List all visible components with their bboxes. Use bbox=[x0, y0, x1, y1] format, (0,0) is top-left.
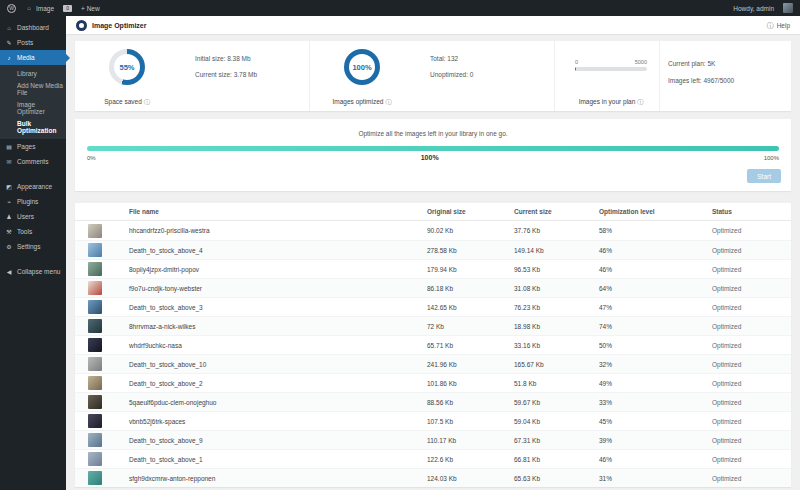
status-cell: Optimized bbox=[712, 323, 791, 330]
collapse-menu-button[interactable]: ◀ Collapse menu bbox=[0, 264, 66, 279]
images-left-text: Images left: 4967/5000 bbox=[668, 72, 785, 89]
comments-icon: ✉ bbox=[5, 158, 13, 165]
optimization-level-cell: 46% bbox=[599, 247, 712, 254]
sidebar-item-label: Media bbox=[17, 54, 35, 61]
table-row[interactable]: sfgh9dxcmrw-anton-repponen124.03 Kb65.63… bbox=[75, 468, 791, 487]
space-saved-details: Initial size: 8.38 Mb Current size: 3.78… bbox=[195, 51, 257, 83]
info-icon[interactable]: ⓘ bbox=[144, 99, 150, 105]
status-cell: Optimized bbox=[712, 361, 791, 368]
plan-usage-section: 0 5000 Images in your plan ⓘ bbox=[555, 41, 660, 111]
table-row[interactable]: hhcandrfzz0-priscilla-westra90.02 Kb37.7… bbox=[75, 221, 791, 240]
table-row[interactable]: Death_to_stock_above_10241.96 Kb165.67 K… bbox=[75, 354, 791, 373]
admin-bar: W ⌂ Image 0 + New Howdy, admin bbox=[0, 0, 800, 16]
sidebar-item-library[interactable]: Library bbox=[0, 67, 66, 79]
sidebar-item-pages[interactable]: ▤Pages bbox=[0, 139, 66, 154]
dashboard-icon: ⌂ bbox=[5, 25, 13, 31]
table-row[interactable]: vbnb52j6trk-spaces107.5 Kb59.04 Kb45%Opt… bbox=[75, 411, 791, 430]
status-cell: Optimized bbox=[712, 418, 791, 425]
image-thumbnail bbox=[88, 414, 102, 428]
sidebar-item-label: Dashboard bbox=[17, 24, 49, 31]
table-row[interactable]: f9o7u-cndjk-tony-webster86.18 Kb31.08 Kb… bbox=[75, 278, 791, 297]
optimization-level-cell: 64% bbox=[599, 285, 712, 292]
status-cell: Optimized bbox=[712, 437, 791, 444]
sidebar-item-users[interactable]: ♟Users bbox=[0, 209, 66, 224]
comments-indicator[interactable]: 0 bbox=[63, 5, 72, 12]
table-row[interactable]: 8opiiy4jzpx-dmitri-popov179.94 Kb96.53 K… bbox=[75, 259, 791, 278]
table-row[interactable]: whdrf9uchkc-nasa65.71 Kb33.16 Kb50%Optim… bbox=[75, 335, 791, 354]
table-row[interactable]: Death_to_stock_above_3142.65 Kb76.23 Kb4… bbox=[75, 297, 791, 316]
howdy-text[interactable]: Howdy, admin bbox=[733, 5, 774, 12]
sidebar-item-bulk-optimization[interactable]: Bulk Optimization bbox=[0, 117, 66, 136]
sidebar-item-dashboard[interactable]: ⌂Dashboard bbox=[0, 20, 66, 35]
sidebar: ⌂Dashboard✎Posts♪MediaLibraryAdd New Med… bbox=[0, 16, 66, 490]
plan-usage-meter: 0 5000 bbox=[569, 59, 653, 71]
space-saved-section: 55% Initial size: 8.38 Mb Current size: … bbox=[75, 41, 310, 111]
table-row[interactable]: 8hrrvmaz-a-nick-wilkes72 Kb18.98 Kb74%Op… bbox=[75, 316, 791, 335]
current-size-cell: 67.31 Kb bbox=[514, 437, 599, 444]
table-row[interactable]: 5qaeulf6pduc-clem-onojeghuo88.56 Kb59.67… bbox=[75, 392, 791, 411]
images-table: File name Original size Current size Opt… bbox=[75, 203, 791, 487]
image-thumbnail bbox=[88, 300, 102, 314]
bulk-progress-labels: 0% 100% 100% bbox=[87, 154, 779, 161]
status-cell: Optimized bbox=[712, 266, 791, 273]
optimization-level-cell: 33% bbox=[599, 399, 712, 406]
current-size-cell: 165.67 Kb bbox=[514, 361, 599, 368]
sidebar-item-tools[interactable]: ⚒Tools bbox=[0, 224, 66, 239]
images-optimized-section: 100% Total: 132 Unoptimized: 0 Images op… bbox=[310, 41, 555, 111]
image-thumbnail bbox=[88, 395, 102, 409]
sidebar-item-media[interactable]: ♪Media bbox=[0, 50, 66, 65]
sidebar-item-settings[interactable]: ⚙Settings bbox=[0, 239, 66, 254]
help-button[interactable]: ⓘ Help bbox=[767, 22, 790, 29]
avatar[interactable] bbox=[783, 3, 793, 13]
table-header-row: File name Original size Current size Opt… bbox=[75, 203, 791, 221]
sidebar-item-label: Pages bbox=[17, 143, 35, 150]
current-size-cell: 59.04 Kb bbox=[514, 418, 599, 425]
comment-bubble-icon: 0 bbox=[63, 5, 72, 12]
current-size-cell: 33.16 Kb bbox=[514, 342, 599, 349]
current-size-cell: 18.98 Kb bbox=[514, 323, 599, 330]
image-thumbnail bbox=[88, 262, 102, 276]
start-button[interactable]: Start bbox=[747, 169, 781, 183]
current-size-cell: 37.76 Kb bbox=[514, 227, 599, 234]
initial-size-text: Initial size: 8.38 Mb bbox=[195, 51, 257, 67]
collapse-icon: ◀ bbox=[5, 268, 13, 275]
file-name-cell: Death_to_stock_above_9 bbox=[129, 437, 427, 444]
site-name-menu[interactable]: ⌂ Image bbox=[25, 5, 54, 12]
sidebar-item-add-new-media-file[interactable]: Add New Media File bbox=[0, 79, 66, 98]
status-cell: Optimized bbox=[712, 475, 791, 482]
current-size-cell: 149.14 Kb bbox=[514, 247, 599, 254]
plan-info-section: Current plan: 5K Images left: 4967/5000 bbox=[660, 41, 791, 111]
plan-min-label: 0 bbox=[575, 59, 578, 65]
image-thumbnail bbox=[88, 243, 102, 257]
sidebar-item-appearance[interactable]: ◩Appearance bbox=[0, 179, 66, 194]
admin-bar-left: W ⌂ Image 0 + New bbox=[7, 4, 100, 13]
file-name-cell: Death_to_stock_above_2 bbox=[129, 380, 427, 387]
status-cell: Optimized bbox=[712, 247, 791, 254]
file-name-cell: Death_to_stock_above_10 bbox=[129, 361, 427, 368]
optimization-level-cell: 45% bbox=[599, 418, 712, 425]
current-size-text: Current size: 3.78 Mb bbox=[195, 67, 257, 83]
sidebar-item-posts[interactable]: ✎Posts bbox=[0, 35, 66, 50]
current-plan-text: Current plan: 5K bbox=[668, 55, 785, 72]
wordpress-logo-icon[interactable]: W bbox=[7, 4, 16, 13]
info-icon[interactable]: ⓘ bbox=[637, 99, 643, 105]
unoptimized-text: Unoptimized: 0 bbox=[430, 67, 473, 83]
media-icon: ♪ bbox=[5, 55, 13, 61]
table-row[interactable]: Death_to_stock_above_2101.86 Kb51.8 Kb49… bbox=[75, 373, 791, 392]
sidebar-item-image-optimizer[interactable]: Image Optimizer bbox=[0, 98, 66, 117]
sidebar-item-label: Settings bbox=[17, 243, 41, 250]
sidebar-item-comments[interactable]: ✉Comments bbox=[0, 154, 66, 169]
current-size-cell: 31.08 Kb bbox=[514, 285, 599, 292]
optimization-level-cell: 39% bbox=[599, 437, 712, 444]
info-icon[interactable]: ⓘ bbox=[385, 99, 391, 105]
image-thumbnail bbox=[88, 433, 102, 447]
new-content-button[interactable]: + New bbox=[81, 5, 100, 12]
table-row[interactable]: Death_to_stock_above_9110.17 Kb67.31 Kb3… bbox=[75, 430, 791, 449]
table-row[interactable]: Death_to_stock_above_4278.58 Kb149.14 Kb… bbox=[75, 240, 791, 259]
optimization-level-cell: 74% bbox=[599, 323, 712, 330]
table-row[interactable]: Death_to_stock_above_1122.6 Kb66.81 Kb46… bbox=[75, 449, 791, 468]
plan-usage-fill bbox=[575, 67, 576, 71]
file-name-cell: 8hrrvmaz-a-nick-wilkes bbox=[129, 323, 427, 330]
sidebar-item-plugins[interactable]: ⌁Plugins bbox=[0, 194, 66, 209]
sidebar-item-label: Appearance bbox=[17, 183, 52, 190]
